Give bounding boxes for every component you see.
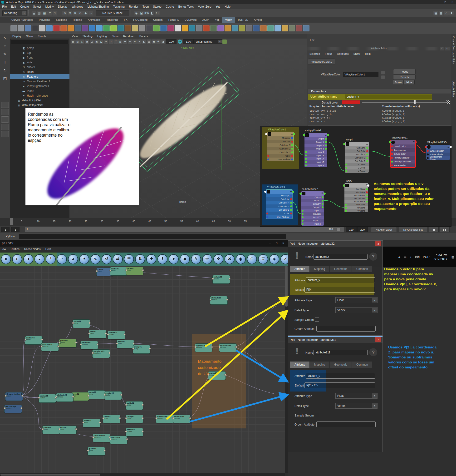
node-input-dot[interactable]: [38, 397, 40, 399]
close-button[interactable]: x: [375, 337, 381, 342]
input-port-dot[interactable]: [345, 210, 347, 212]
outliner-menu-item[interactable]: Panels: [35, 34, 49, 39]
node-output-dot[interactable]: [88, 395, 90, 397]
tool-icon[interactable]: ↻: [1, 67, 9, 74]
yeti-graph-node[interactable]: bend02bend: [103, 415, 120, 423]
node-port-row[interactable]: Uv Coord: [344, 203, 368, 206]
outliner-item[interactable]: Scurve1: [10, 65, 69, 69]
input-port-dot[interactable]: [267, 137, 269, 139]
node-port-row[interactable]: Out Color: [344, 191, 368, 194]
graph-horizontal-scrollbar[interactable]: [0, 473, 285, 476]
node-input-dot[interactable]: [104, 394, 106, 396]
node-port-row[interactable]: Color: [267, 154, 294, 158]
yeti-graph-node[interactable]: grow01grow: [126, 267, 143, 275]
tool-icon[interactable]: ✎: [1, 51, 9, 58]
node-input-dot[interactable]: [194, 346, 196, 348]
outliner-search-input[interactable]: [11, 40, 69, 44]
node-output-dot[interactable]: [75, 428, 77, 430]
user-attribute-name-field[interactable]: custum_v: [345, 94, 432, 99]
shelf-tab[interactable]: Rendering: [103, 17, 121, 23]
input-port-dot[interactable]: [345, 204, 347, 206]
node-input-dot[interactable]: [25, 339, 26, 340]
render-tool-icon[interactable]: ▣: [139, 11, 144, 16]
input-port-dot[interactable]: [391, 164, 393, 166]
shelf-icon[interactable]: [239, 25, 245, 31]
layout-single-button[interactable]: [1, 102, 9, 108]
node-port-row[interactable]: Out Color G: [344, 197, 368, 200]
shelf-icon[interactable]: [110, 25, 117, 31]
input-port-dot[interactable]: [266, 209, 268, 211]
file-tool-icon[interactable]: ↶: [47, 11, 52, 16]
node-output-dot[interactable]: [224, 374, 226, 376]
input-port-dot[interactable]: [345, 188, 347, 190]
close-button[interactable]: ✕: [280, 241, 287, 246]
graph-editor-tool-icon[interactable]: ⊕: [247, 254, 257, 264]
shelf-icon[interactable]: [246, 25, 252, 31]
output-port-dot[interactable]: [366, 160, 368, 162]
yeti-graph-node[interactable]: transform02transform: [93, 434, 110, 442]
output-port-dot[interactable]: [413, 161, 415, 162]
input-port-dot[interactable]: [302, 220, 304, 221]
yeti-graph-node[interactable]: clump02clump: [126, 415, 143, 423]
output-port-dot[interactable]: [325, 144, 327, 146]
node-input-dot[interactable]: [4, 407, 6, 409]
yeti-graph-node[interactable]: scatter05scatter: [39, 394, 56, 403]
output-port-dot[interactable]: [366, 147, 368, 149]
ae-parameters-header[interactable]: Parameters: [307, 89, 454, 94]
node-port-row[interactable]: Output: [305, 137, 327, 140]
yeti-graph-node[interactable]: attribute10attribute: [210, 296, 228, 305]
input-port-dot[interactable]: [305, 138, 307, 140]
output-port-dot[interactable]: [322, 213, 323, 215]
input-port-dot[interactable]: [345, 170, 347, 172]
snap-tool-icon[interactable]: ⊖: [67, 11, 72, 16]
input-port-dot[interactable]: [302, 216, 304, 218]
yeti-graph-node[interactable]: attribute32attribute: [195, 343, 212, 352]
input-port-dot[interactable]: [302, 213, 304, 215]
step-back-button[interactable]: ◀▮: [429, 227, 439, 232]
render-tool-icon[interactable]: ◧: [150, 11, 154, 16]
node-output-dot[interactable]: [75, 341, 77, 343]
node-port-row[interactable]: Message: [267, 136, 294, 140]
graph-editor-tool-icon[interactable]: ➤: [169, 254, 179, 264]
node-input-dot[interactable]: [82, 422, 84, 423]
shading-group-node[interactable]: ☰ Surface ShaderVolume ShaderDisplacemen…: [426, 144, 450, 160]
shelf-icon[interactable]: [182, 25, 188, 31]
graph-editor-tool-icon[interactable]: ◕: [68, 254, 78, 264]
node-port-row[interactable]: Out Color R: [344, 194, 368, 197]
output-port-dot[interactable]: [413, 164, 415, 166]
shelf-icon[interactable]: [125, 25, 131, 31]
output-port-dot[interactable]: [366, 188, 368, 190]
input-port-dot[interactable]: [345, 160, 347, 162]
output-port-dot[interactable]: [325, 161, 327, 163]
attribute-editor-vertical-tab[interactable]: Attribute Editor: [452, 81, 455, 97]
file-tool-icon[interactable]: ▦: [42, 11, 47, 16]
output-port-dot[interactable]: [366, 207, 368, 209]
node-output-dot[interactable]: [133, 342, 135, 344]
anim-layer-button[interactable]: No Anim Layer: [371, 227, 397, 232]
node-port-row[interactable]: Output X: [305, 140, 327, 144]
node-output-dot[interactable]: [235, 346, 237, 348]
input-port-dot[interactable]: [345, 197, 347, 199]
node-port-row[interactable]: Input 2: [305, 164, 327, 167]
yeti-graph-node[interactable]: guide02guide: [88, 447, 105, 456]
input-port-dot[interactable]: [345, 201, 347, 203]
input-port-dot[interactable]: [391, 161, 393, 162]
node-port-row[interactable]: Displacement Shader: [426, 156, 450, 160]
node-input-dot[interactable]: [155, 417, 157, 419]
shelf-icon[interactable]: [96, 25, 102, 31]
file-tool-icon[interactable]: ↷: [53, 11, 57, 16]
output-port-dot[interactable]: [413, 153, 415, 155]
input-port-dot[interactable]: [302, 210, 304, 212]
menu-item[interactable]: Toon: [140, 4, 151, 9]
input-port-dot[interactable]: [345, 195, 347, 196]
yeti-graph-node[interactable]: transform01transform: [92, 349, 110, 358]
node-port-row[interactable]: Out Color G: [267, 147, 294, 150]
yeti-graph-node[interactable]: width02width: [83, 419, 100, 427]
node-output-dot[interactable]: [105, 332, 107, 334]
output-port-dot[interactable]: [290, 209, 292, 211]
graph-editor-tool-icon[interactable]: ◑: [23, 254, 33, 264]
node-output-dot[interactable]: [229, 278, 231, 280]
node-output-dot[interactable]: [142, 417, 144, 419]
graph-editor-tool-icon[interactable]: ◐: [12, 254, 22, 264]
ae-copy-tab-icon[interactable]: [381, 75, 385, 79]
